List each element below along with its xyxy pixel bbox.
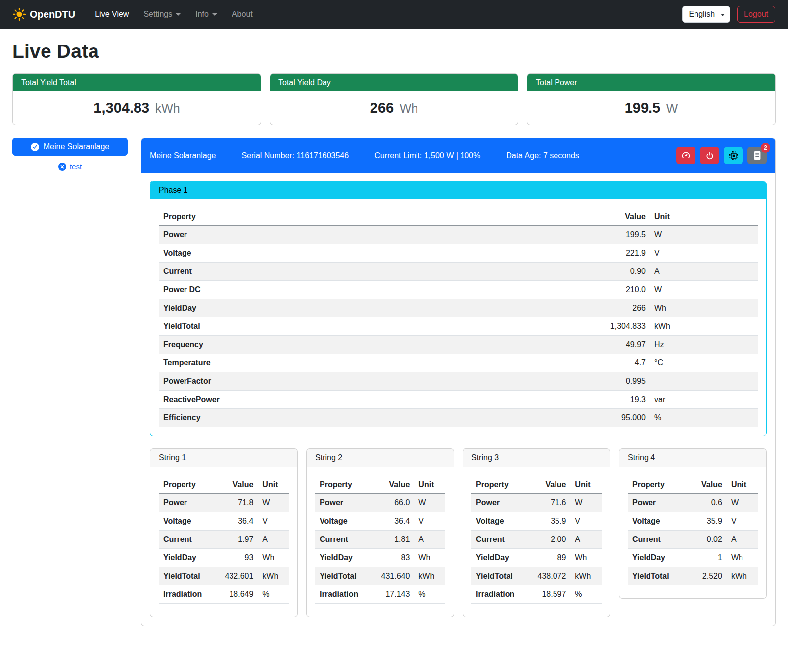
value-cell: 0.6 [675, 494, 727, 512]
check-circle-icon [31, 143, 39, 151]
property-cell: ReactivePower [159, 391, 586, 409]
value-cell: 0.02 [675, 531, 727, 549]
sidebar-item-test[interactable]: test [12, 162, 128, 171]
column-header-property: Property [159, 476, 206, 494]
string-2-card: String 2 Property Value Unit [306, 448, 454, 617]
language-select[interactable]: English [682, 6, 730, 23]
column-header-unit: Unit [570, 476, 602, 494]
summary-cards-row: Total Yield Total 1,304.83 kWh Total Yie… [12, 73, 776, 125]
phase-card-body: Property Value Unit Power199.5WVoltage22… [150, 199, 766, 436]
unit-cell: % [258, 585, 289, 604]
limit-settings-button[interactable] [676, 147, 695, 164]
string-title: String 3 [463, 449, 610, 467]
table-header: Property Value Unit [315, 476, 445, 494]
column-header-value: Value [363, 476, 414, 494]
unit-cell: W [650, 226, 758, 244]
inverter-panel-body: Phase 1 Property Value Unit Power199.5WV… [141, 173, 775, 626]
string-1-table-body: Power71.8WVoltage36.4VCurrent1.97AYieldD… [159, 494, 289, 604]
property-cell: Irradiation [471, 585, 519, 604]
property-cell: Power [471, 494, 519, 512]
unit-cell: °C [650, 354, 758, 372]
value-cell: 17.143 [363, 585, 414, 604]
value-cell: 431.640 [363, 567, 414, 585]
string-3-card: String 3 Property Value Unit [463, 448, 610, 617]
unit-cell: kWh [414, 567, 445, 585]
nav-settings[interactable]: Settings [138, 6, 186, 23]
property-cell: Voltage [471, 512, 519, 531]
value-cell: 18.597 [519, 585, 570, 604]
value-cell: 49.97 [586, 336, 650, 354]
sidebar-item-meine-solaranlage[interactable]: Meine Solaranlage [12, 138, 128, 156]
property-cell: Voltage [628, 512, 675, 531]
value-cell: 1 [675, 549, 727, 567]
table-row: Voltage35.9V [628, 512, 758, 531]
value-cell: 36.4 [206, 512, 258, 531]
property-cell: YieldDay [315, 549, 363, 567]
unit-cell: V [570, 512, 602, 531]
table-row: YieldDay1Wh [628, 549, 758, 567]
unit-cell: Wh [258, 549, 289, 567]
brand-link[interactable]: OpenDTU [13, 8, 75, 21]
total-yield-day-card: Total Yield Day 266 Wh [270, 73, 518, 125]
table-row: Efficiency95.000% [159, 409, 758, 427]
power-button[interactable] [700, 147, 719, 164]
unit-cell: kWh [258, 567, 289, 585]
table-row: Power0.6W [628, 494, 758, 512]
nav-live-view[interactable]: Live View [89, 6, 135, 23]
value-cell: 1.81 [363, 531, 414, 549]
table-header: Property Value Unit [159, 476, 289, 494]
value-cell: 2.520 [675, 567, 727, 585]
unit-cell: % [414, 585, 445, 604]
table-row: YieldDay266Wh [159, 299, 758, 317]
phase-title: Phase 1 [150, 181, 766, 199]
table-row: Irradiation18.597% [471, 585, 602, 604]
unit-cell: W [258, 494, 289, 512]
value-cell: 35.9 [519, 512, 570, 531]
unit-cell: % [650, 409, 758, 427]
column-header-value: Value [675, 476, 727, 494]
event-log-button[interactable]: 2 [747, 147, 767, 164]
property-cell: Power DC [159, 281, 586, 299]
inverter-actions: 2 [676, 147, 767, 164]
device-info-button[interactable] [724, 147, 743, 164]
nav-about-label: About [232, 10, 253, 19]
value-cell: 66.0 [363, 494, 414, 512]
logout-button[interactable]: Logout [737, 6, 775, 23]
card-value-area: 266 Wh [270, 91, 518, 125]
string-4-table-body: Power0.6WVoltage35.9VCurrent0.02AYieldDa… [628, 494, 758, 585]
property-cell: Current [628, 531, 675, 549]
chevron-down-icon [212, 13, 217, 16]
page-title: Live Data [12, 41, 776, 62]
string-title: String 2 [307, 449, 454, 467]
nav-about[interactable]: About [226, 6, 259, 23]
unit-cell: A [258, 531, 289, 549]
nav-info[interactable]: Info [189, 6, 223, 23]
value-cell: 89 [519, 549, 570, 567]
unit-cell: Hz [650, 336, 758, 354]
property-cell: Irradiation [315, 585, 363, 604]
strings-row: String 1 Property Value Unit [150, 448, 767, 617]
total-power-card: Total Power 199.5 W [527, 73, 776, 125]
property-cell: Current [315, 531, 363, 549]
unit-cell: V [414, 512, 445, 531]
page-container: Live Data Total Yield Total 1,304.83 kWh… [0, 29, 788, 641]
property-cell: Irradiation [159, 585, 206, 604]
nav-settings-label: Settings [143, 10, 172, 19]
property-cell: Voltage [315, 512, 363, 531]
table-row: YieldDay89Wh [471, 549, 602, 567]
string-1-table: Property Value Unit Power71.8WVoltage36.… [159, 476, 289, 604]
value-cell: 36.4 [363, 512, 414, 531]
unit-cell: W [414, 494, 445, 512]
inverter-name: Meine Solaranlage [150, 151, 216, 160]
column-header-unit: Unit [727, 476, 758, 494]
card-title: Total Yield Day [270, 74, 518, 91]
phase-card: Phase 1 Property Value Unit Power199.5WV… [150, 181, 767, 436]
speedometer-icon [681, 151, 691, 160]
string-card-body: Property Value Unit Power71.8WVoltage36.… [150, 467, 297, 617]
card-unit: W [666, 101, 678, 115]
unit-cell: A [570, 531, 602, 549]
string-3-table: Property Value Unit Power71.6WVoltage35.… [471, 476, 602, 604]
table-row: YieldDay83Wh [315, 549, 445, 567]
x-circle-icon [58, 163, 66, 171]
column-header-unit: Unit [414, 476, 445, 494]
